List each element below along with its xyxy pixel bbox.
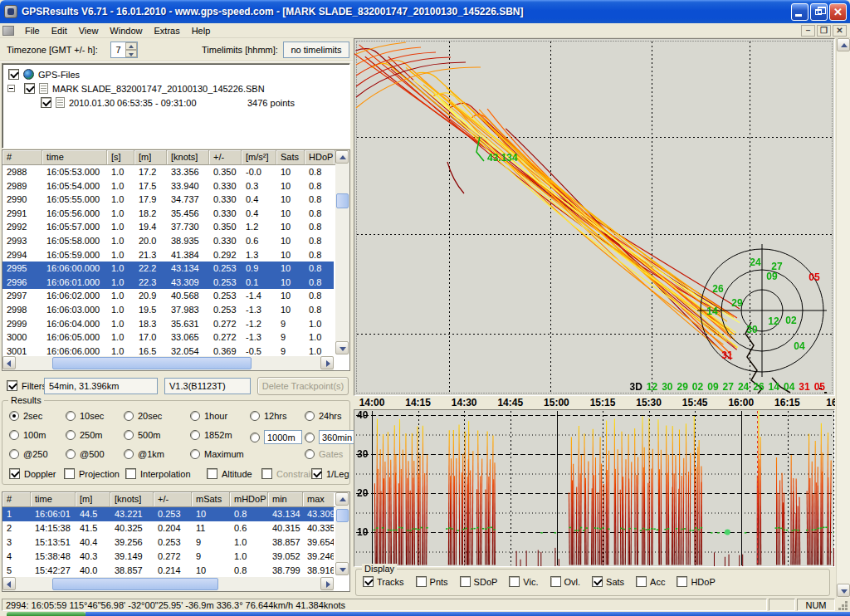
radio-20sec[interactable]: 20sec [124, 411, 162, 421]
restore-button[interactable] [810, 3, 828, 21]
table-row[interactable]: 299016:05:55.0001.017.934.7370.3300.4100… [2, 193, 334, 207]
close-button[interactable]: ✕ [829, 3, 847, 21]
radio-icon[interactable] [250, 411, 260, 421]
trackpoint-table-col-0[interactable]: # [2, 150, 42, 165]
table-row[interactable]: 298816:05:53.0001.017.233.3560.350-0.010… [2, 165, 334, 179]
display-checkbox-hdop[interactable]: HDoP [677, 576, 715, 587]
minimize-button[interactable] [791, 3, 808, 21]
table-row[interactable]: 299816:06:03.0001.019.537.9830.253-1.310… [2, 303, 334, 317]
scroll-left-icon[interactable] [2, 577, 16, 590]
checkbox-altitude[interactable]: Altitude [207, 468, 252, 479]
scroll-right-icon[interactable] [320, 356, 334, 369]
results-table-col-0[interactable]: # [2, 492, 31, 507]
tree-root-checkbox[interactable] [8, 69, 19, 80]
trackpoint-table-col-3[interactable]: [m] [134, 150, 167, 165]
menu-view[interactable]: View [73, 24, 105, 37]
radio-24hrs[interactable]: 24hrs [305, 411, 342, 421]
scroll-up-icon[interactable] [335, 492, 349, 506]
radio-input-field[interactable]: 1000m [264, 430, 302, 444]
mdi-minimize-button[interactable]: – [801, 25, 815, 37]
timezone-spinner[interactable]: 7 [110, 42, 138, 58]
radio-10sec[interactable]: 10sec [66, 411, 104, 421]
checkbox-icon[interactable] [509, 576, 520, 587]
checkbox-icon[interactable] [677, 576, 687, 587]
results-table-col-5[interactable]: mSats [192, 492, 230, 507]
checkbox-icon[interactable] [363, 576, 374, 587]
display-checkbox-tracks[interactable]: Tracks [363, 576, 404, 587]
radio-250[interactable]: @250 [9, 449, 48, 459]
results-table-col-2[interactable]: [m] [76, 492, 110, 507]
display-checkbox-ovl[interactable]: Ovl. [550, 576, 581, 587]
table-row[interactable]: 415:38:4840.339.1490.27291.039.05239.246 [2, 550, 334, 564]
menu-window[interactable]: Window [104, 24, 148, 37]
scroll-up-icon[interactable] [335, 150, 349, 164]
checkbox-icon[interactable] [636, 576, 647, 587]
table-row[interactable]: 299316:05:58.0001.020.038.9350.3300.6100… [2, 234, 334, 248]
trackpoint-table-col-6[interactable]: [m/s²] [242, 150, 276, 165]
radio-icon[interactable] [305, 433, 315, 442]
radio-1000m[interactable]: 1000m [250, 430, 302, 444]
radio-2sec[interactable]: 2sec [9, 411, 42, 421]
checkbox-icon[interactable] [311, 468, 322, 479]
scroll-thumb[interactable] [52, 357, 252, 369]
spinner-up-icon[interactable] [125, 42, 137, 50]
scroll-left-icon[interactable] [2, 356, 16, 369]
radio-maximum[interactable]: Maximum [190, 449, 244, 459]
radio-1852m[interactable]: 1852m [190, 430, 232, 440]
scroll-up-icon[interactable] [837, 38, 850, 51]
radio-icon[interactable] [66, 449, 76, 459]
checkbox-icon[interactable] [416, 576, 427, 587]
radio-100m[interactable]: 100m [9, 430, 46, 440]
radio-icon[interactable] [190, 411, 200, 421]
filters-checkbox[interactable] [7, 380, 17, 391]
checkbox-icon[interactable] [125, 468, 136, 479]
table-row[interactable]: 300016:06:05.0001.017.033.0650.272-1.391… [2, 330, 334, 345]
radio-icon[interactable] [66, 411, 76, 421]
timelimits-field[interactable]: no timelimits [283, 42, 349, 58]
table-row[interactable]: 315:13:5140.439.2560.25391.038.85739.654 [2, 535, 334, 550]
trackpoint-table-col-8[interactable]: HDoP [305, 150, 335, 165]
track-map-canvas[interactable] [354, 39, 834, 395]
spinner-down-icon[interactable] [125, 50, 137, 57]
table-row[interactable]: 116:06:0144.543.2210.253100.843.13443.30… [2, 507, 334, 521]
radio-500m[interactable]: 500m [124, 430, 161, 440]
collapse-icon[interactable] [7, 85, 15, 92]
menu-extras[interactable]: Extras [148, 24, 185, 37]
radio-250m[interactable]: 250m [66, 430, 103, 440]
display-checkbox-pnts[interactable]: Pnts [416, 576, 448, 587]
radio-icon[interactable] [305, 449, 315, 459]
checkbox-doppler[interactable]: Doppler [9, 468, 56, 479]
trackpoint-table-col-2[interactable]: [s] [107, 150, 134, 165]
checkbox-icon[interactable] [64, 468, 75, 479]
table-row[interactable]: 299416:05:59.0001.021.341.3840.2921.3100… [2, 248, 334, 262]
resize-grip[interactable] [837, 599, 848, 611]
mdi-child-icon[interactable] [2, 26, 14, 36]
radio-gates[interactable]: Gates [305, 449, 343, 459]
radio-icon[interactable] [124, 449, 134, 459]
speed-chart-canvas[interactable] [354, 410, 834, 566]
trackpoint-table-col-4[interactable]: [knots] [167, 150, 209, 165]
results-table-col-4[interactable]: +/- [154, 492, 192, 507]
radio-12hrs[interactable]: 12hrs [250, 411, 287, 421]
menu-file[interactable]: File [19, 24, 46, 37]
radio-input-field[interactable]: 360min [319, 430, 357, 444]
tree-root-row[interactable]: GPS-Files [2, 67, 349, 81]
radio-1hour[interactable]: 1hour [190, 411, 227, 421]
checkbox-constrain[interactable]: Constrain [261, 468, 315, 479]
radio-icon[interactable] [66, 430, 76, 440]
results-table-col-6[interactable]: mHDoP [230, 492, 268, 507]
checkbox-icon[interactable] [9, 468, 20, 479]
radio-icon[interactable] [124, 411, 134, 421]
scroll-thumb[interactable] [336, 193, 349, 208]
scroll-down-icon[interactable] [837, 584, 850, 597]
results-table-col-1[interactable]: time [31, 492, 76, 507]
checkbox-1leg[interactable]: 1/Leg [311, 468, 349, 479]
trackpoint-table-vscrollbar[interactable] [335, 150, 349, 354]
checkbox-icon[interactable] [261, 468, 272, 479]
display-checkbox-acc[interactable]: Acc [636, 576, 665, 587]
checkbox-projection[interactable]: Projection [64, 468, 120, 479]
radio-icon[interactable] [124, 430, 134, 440]
radio-icon[interactable] [190, 449, 200, 459]
tree-session-row[interactable]: 2010.01.30 06:53:35 - 09:31:00 3476 poin… [2, 95, 349, 110]
checkbox-icon[interactable] [550, 576, 561, 587]
